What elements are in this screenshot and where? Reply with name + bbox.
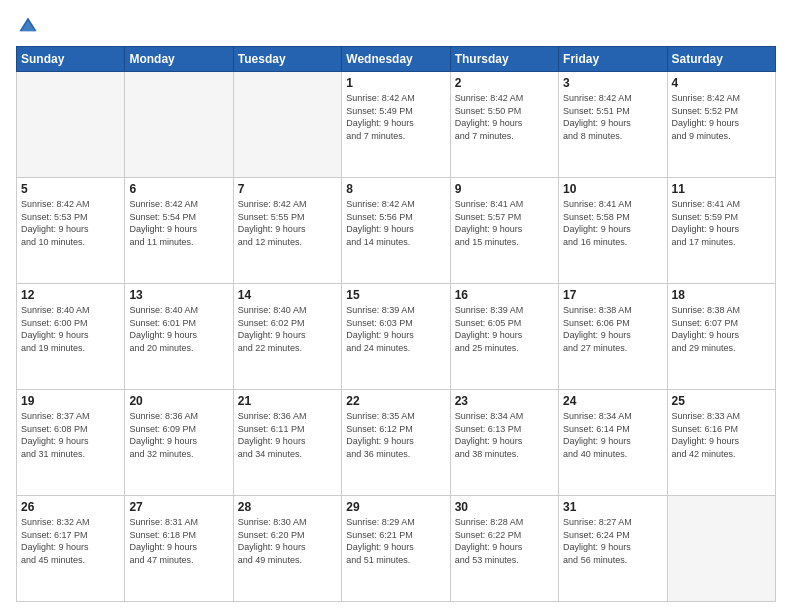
calendar-cell: 9Sunrise: 8:41 AM Sunset: 5:57 PM Daylig… <box>450 178 558 284</box>
calendar-cell: 14Sunrise: 8:40 AM Sunset: 6:02 PM Dayli… <box>233 284 341 390</box>
day-info: Sunrise: 8:42 AM Sunset: 5:52 PM Dayligh… <box>672 92 771 142</box>
day-info: Sunrise: 8:39 AM Sunset: 6:05 PM Dayligh… <box>455 304 554 354</box>
header <box>16 14 776 38</box>
day-number: 3 <box>563 76 662 90</box>
page: SundayMondayTuesdayWednesdayThursdayFrid… <box>0 0 792 612</box>
day-number: 22 <box>346 394 445 408</box>
day-header-friday: Friday <box>559 47 667 72</box>
calendar-cell: 3Sunrise: 8:42 AM Sunset: 5:51 PM Daylig… <box>559 72 667 178</box>
calendar-cell: 21Sunrise: 8:36 AM Sunset: 6:11 PM Dayli… <box>233 390 341 496</box>
day-number: 31 <box>563 500 662 514</box>
day-number: 24 <box>563 394 662 408</box>
day-number: 23 <box>455 394 554 408</box>
calendar-cell <box>17 72 125 178</box>
day-number: 21 <box>238 394 337 408</box>
calendar-cell: 23Sunrise: 8:34 AM Sunset: 6:13 PM Dayli… <box>450 390 558 496</box>
day-number: 30 <box>455 500 554 514</box>
day-info: Sunrise: 8:42 AM Sunset: 5:54 PM Dayligh… <box>129 198 228 248</box>
day-number: 9 <box>455 182 554 196</box>
day-number: 15 <box>346 288 445 302</box>
day-number: 17 <box>563 288 662 302</box>
day-header-tuesday: Tuesday <box>233 47 341 72</box>
calendar-cell <box>125 72 233 178</box>
calendar-cell <box>233 72 341 178</box>
day-info: Sunrise: 8:42 AM Sunset: 5:50 PM Dayligh… <box>455 92 554 142</box>
calendar-cell: 20Sunrise: 8:36 AM Sunset: 6:09 PM Dayli… <box>125 390 233 496</box>
calendar-cell: 1Sunrise: 8:42 AM Sunset: 5:49 PM Daylig… <box>342 72 450 178</box>
day-info: Sunrise: 8:42 AM Sunset: 5:51 PM Dayligh… <box>563 92 662 142</box>
calendar-cell: 19Sunrise: 8:37 AM Sunset: 6:08 PM Dayli… <box>17 390 125 496</box>
day-info: Sunrise: 8:36 AM Sunset: 6:11 PM Dayligh… <box>238 410 337 460</box>
day-number: 7 <box>238 182 337 196</box>
day-info: Sunrise: 8:42 AM Sunset: 5:53 PM Dayligh… <box>21 198 120 248</box>
day-info: Sunrise: 8:40 AM Sunset: 6:00 PM Dayligh… <box>21 304 120 354</box>
calendar-table: SundayMondayTuesdayWednesdayThursdayFrid… <box>16 46 776 602</box>
day-info: Sunrise: 8:40 AM Sunset: 6:01 PM Dayligh… <box>129 304 228 354</box>
day-info: Sunrise: 8:35 AM Sunset: 6:12 PM Dayligh… <box>346 410 445 460</box>
day-info: Sunrise: 8:41 AM Sunset: 5:57 PM Dayligh… <box>455 198 554 248</box>
day-header-wednesday: Wednesday <box>342 47 450 72</box>
day-number: 28 <box>238 500 337 514</box>
day-number: 25 <box>672 394 771 408</box>
day-header-sunday: Sunday <box>17 47 125 72</box>
week-row-4: 19Sunrise: 8:37 AM Sunset: 6:08 PM Dayli… <box>17 390 776 496</box>
day-header-thursday: Thursday <box>450 47 558 72</box>
day-info: Sunrise: 8:33 AM Sunset: 6:16 PM Dayligh… <box>672 410 771 460</box>
day-info: Sunrise: 8:37 AM Sunset: 6:08 PM Dayligh… <box>21 410 120 460</box>
day-info: Sunrise: 8:42 AM Sunset: 5:56 PM Dayligh… <box>346 198 445 248</box>
calendar-cell <box>667 496 775 602</box>
day-info: Sunrise: 8:41 AM Sunset: 5:59 PM Dayligh… <box>672 198 771 248</box>
day-info: Sunrise: 8:40 AM Sunset: 6:02 PM Dayligh… <box>238 304 337 354</box>
calendar-cell: 25Sunrise: 8:33 AM Sunset: 6:16 PM Dayli… <box>667 390 775 496</box>
day-number: 19 <box>21 394 120 408</box>
day-info: Sunrise: 8:28 AM Sunset: 6:22 PM Dayligh… <box>455 516 554 566</box>
day-info: Sunrise: 8:34 AM Sunset: 6:14 PM Dayligh… <box>563 410 662 460</box>
day-info: Sunrise: 8:38 AM Sunset: 6:06 PM Dayligh… <box>563 304 662 354</box>
calendar-cell: 10Sunrise: 8:41 AM Sunset: 5:58 PM Dayli… <box>559 178 667 284</box>
day-info: Sunrise: 8:34 AM Sunset: 6:13 PM Dayligh… <box>455 410 554 460</box>
day-header-saturday: Saturday <box>667 47 775 72</box>
calendar-cell: 7Sunrise: 8:42 AM Sunset: 5:55 PM Daylig… <box>233 178 341 284</box>
day-number: 13 <box>129 288 228 302</box>
calendar-cell: 16Sunrise: 8:39 AM Sunset: 6:05 PM Dayli… <box>450 284 558 390</box>
calendar-cell: 31Sunrise: 8:27 AM Sunset: 6:24 PM Dayli… <box>559 496 667 602</box>
calendar-cell: 12Sunrise: 8:40 AM Sunset: 6:00 PM Dayli… <box>17 284 125 390</box>
week-row-1: 1Sunrise: 8:42 AM Sunset: 5:49 PM Daylig… <box>17 72 776 178</box>
calendar-cell: 8Sunrise: 8:42 AM Sunset: 5:56 PM Daylig… <box>342 178 450 284</box>
day-number: 26 <box>21 500 120 514</box>
calendar-cell: 2Sunrise: 8:42 AM Sunset: 5:50 PM Daylig… <box>450 72 558 178</box>
day-number: 14 <box>238 288 337 302</box>
calendar-cell: 22Sunrise: 8:35 AM Sunset: 6:12 PM Dayli… <box>342 390 450 496</box>
day-number: 12 <box>21 288 120 302</box>
day-header-monday: Monday <box>125 47 233 72</box>
day-number: 27 <box>129 500 228 514</box>
calendar-cell: 18Sunrise: 8:38 AM Sunset: 6:07 PM Dayli… <box>667 284 775 390</box>
day-info: Sunrise: 8:42 AM Sunset: 5:55 PM Dayligh… <box>238 198 337 248</box>
day-info: Sunrise: 8:29 AM Sunset: 6:21 PM Dayligh… <box>346 516 445 566</box>
calendar-cell: 5Sunrise: 8:42 AM Sunset: 5:53 PM Daylig… <box>17 178 125 284</box>
day-info: Sunrise: 8:42 AM Sunset: 5:49 PM Dayligh… <box>346 92 445 142</box>
day-number: 6 <box>129 182 228 196</box>
day-number: 8 <box>346 182 445 196</box>
day-info: Sunrise: 8:32 AM Sunset: 6:17 PM Dayligh… <box>21 516 120 566</box>
day-number: 2 <box>455 76 554 90</box>
day-info: Sunrise: 8:31 AM Sunset: 6:18 PM Dayligh… <box>129 516 228 566</box>
day-number: 5 <box>21 182 120 196</box>
calendar-cell: 11Sunrise: 8:41 AM Sunset: 5:59 PM Dayli… <box>667 178 775 284</box>
calendar-cell: 26Sunrise: 8:32 AM Sunset: 6:17 PM Dayli… <box>17 496 125 602</box>
day-info: Sunrise: 8:30 AM Sunset: 6:20 PM Dayligh… <box>238 516 337 566</box>
day-number: 4 <box>672 76 771 90</box>
day-number: 20 <box>129 394 228 408</box>
calendar-cell: 24Sunrise: 8:34 AM Sunset: 6:14 PM Dayli… <box>559 390 667 496</box>
day-info: Sunrise: 8:39 AM Sunset: 6:03 PM Dayligh… <box>346 304 445 354</box>
week-row-2: 5Sunrise: 8:42 AM Sunset: 5:53 PM Daylig… <box>17 178 776 284</box>
day-info: Sunrise: 8:27 AM Sunset: 6:24 PM Dayligh… <box>563 516 662 566</box>
calendar-header-row: SundayMondayTuesdayWednesdayThursdayFrid… <box>17 47 776 72</box>
calendar-cell: 28Sunrise: 8:30 AM Sunset: 6:20 PM Dayli… <box>233 496 341 602</box>
calendar-cell: 6Sunrise: 8:42 AM Sunset: 5:54 PM Daylig… <box>125 178 233 284</box>
day-info: Sunrise: 8:41 AM Sunset: 5:58 PM Dayligh… <box>563 198 662 248</box>
calendar-cell: 15Sunrise: 8:39 AM Sunset: 6:03 PM Dayli… <box>342 284 450 390</box>
day-number: 18 <box>672 288 771 302</box>
logo-icon <box>16 14 40 38</box>
calendar-cell: 27Sunrise: 8:31 AM Sunset: 6:18 PM Dayli… <box>125 496 233 602</box>
